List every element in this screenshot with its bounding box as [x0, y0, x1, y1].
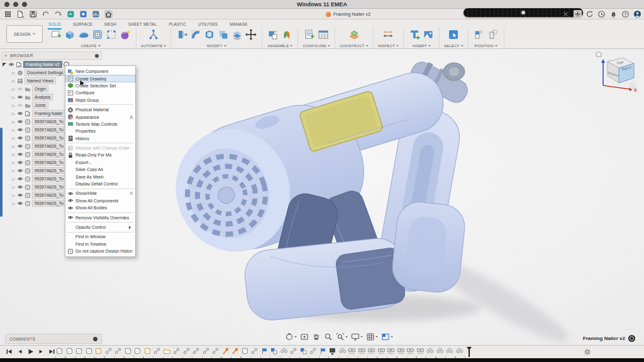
- browser-item-label[interactable]: 99397A626_To: [32, 151, 66, 158]
- home-icon[interactable]: [104, 10, 113, 18]
- eye-icon[interactable]: [17, 128, 23, 132]
- browser-item-label[interactable]: Analysis: [32, 94, 53, 101]
- browser-item-label[interactable]: 99397A626_To: [32, 126, 66, 133]
- eye-icon[interactable]: [17, 119, 23, 124]
- notifications-icon[interactable]: [609, 10, 618, 18]
- timeline-box-yellow-icon[interactable]: [94, 347, 103, 355]
- browser-item-label[interactable]: 99397A626_To: [32, 167, 66, 174]
- timeline-box-icon[interactable]: [241, 347, 249, 355]
- select-icon[interactable]: [447, 28, 460, 41]
- hole-icon[interactable]: [91, 28, 104, 41]
- position-capture-icon[interactable]: [473, 28, 486, 41]
- canvas-icon[interactable]: [422, 28, 435, 41]
- expander-icon[interactable]: ▷: [11, 168, 16, 173]
- expander-icon[interactable]: ▷: [11, 193, 16, 197]
- group-label-create[interactable]: CREATE: [80, 44, 100, 48]
- timeline-pair-icon[interactable]: [348, 347, 356, 355]
- browser-root-label[interactable]: Framing Nailer v2: [23, 61, 62, 68]
- timeline-pair-icon[interactable]: [377, 347, 386, 355]
- timeline-joint-motion-icon[interactable]: [426, 347, 434, 355]
- expander-icon[interactable]: ▷: [11, 103, 16, 107]
- browser-item-label[interactable]: Document Settings: [25, 69, 65, 76]
- file-menu-icon[interactable]: [16, 10, 25, 18]
- close-tab-icon[interactable]: [562, 10, 570, 18]
- group-label-insert[interactable]: INSERT: [413, 44, 431, 48]
- step-forward-button[interactable]: [37, 348, 45, 356]
- eye-icon[interactable]: [17, 111, 23, 116]
- eye-icon[interactable]: [17, 95, 23, 99]
- browser-item-label[interactable]: 99397A626_To: [32, 184, 66, 190]
- menu-item-history[interactable]: History: [65, 135, 135, 142]
- menu-item-physical-material[interactable]: Physical Material: [65, 106, 135, 113]
- group-label-modify[interactable]: MODIFY: [207, 44, 226, 48]
- browser-options-icon[interactable]: [95, 54, 99, 58]
- menu-item-opacity-control[interactable]: Opacity Control: [65, 224, 135, 231]
- timeline-pair-icon[interactable]: [416, 347, 425, 355]
- expander-icon[interactable]: ▷: [11, 95, 16, 99]
- position-revert-icon[interactable]: [487, 28, 499, 41]
- browser-item-label[interactable]: 99397A626_To: [32, 134, 66, 141]
- comments-panel[interactable]: COMMENTS: [5, 334, 102, 344]
- browser-item-label[interactable]: 99397A626_To: [32, 200, 66, 207]
- nav-look-at[interactable]: [300, 332, 309, 341]
- timeline-pin-orange-icon[interactable]: [221, 347, 230, 355]
- undo-icon[interactable]: [42, 10, 50, 18]
- eye-icon[interactable]: [17, 201, 23, 206]
- redo-icon[interactable]: [54, 10, 62, 18]
- browser-item-label[interactable]: Origin: [32, 85, 48, 92]
- expander-icon[interactable]: ▷: [11, 111, 16, 116]
- nav-fit[interactable]: [336, 332, 348, 341]
- new-component-icon[interactable]: [267, 28, 279, 41]
- eye-icon[interactable]: [8, 62, 14, 67]
- expander-icon[interactable]: ▷: [11, 128, 16, 132]
- menu-item-find-in-window[interactable]: Find in Window: [65, 233, 135, 240]
- menu-item-save-as-mesh[interactable]: Save As Mesh: [65, 173, 135, 180]
- timeline-playhead[interactable]: [467, 347, 472, 357]
- menu-item-save-copy-as[interactable]: Save Copy As: [65, 166, 135, 173]
- config-table-icon[interactable]: [317, 28, 330, 41]
- timeline-joint-icon[interactable]: [250, 347, 258, 355]
- browser-item-label[interactable]: Joints: [32, 102, 48, 109]
- timeline-joint-motion-icon[interactable]: [436, 347, 444, 355]
- expander-icon[interactable]: ▷: [11, 79, 16, 83]
- configuration-icon[interactable]: [303, 28, 316, 41]
- form-icon[interactable]: [77, 28, 90, 41]
- expander-icon[interactable]: ▷: [11, 144, 16, 148]
- timeline-pair-icon[interactable]: [406, 347, 414, 355]
- combine-icon[interactable]: [217, 28, 230, 41]
- profile-icon[interactable]: [633, 10, 641, 18]
- addin-green-icon[interactable]: [67, 10, 75, 18]
- browser-item-label[interactable]: 99397A626_To: [32, 159, 66, 166]
- timeline-joint-motion-icon[interactable]: [445, 347, 453, 355]
- timeline-pair-icon[interactable]: [387, 347, 395, 355]
- timeline-pair-icon[interactable]: [397, 347, 405, 355]
- timeline-flag-blue-icon[interactable]: [319, 347, 327, 355]
- timeline-pair-icon[interactable]: [367, 347, 375, 355]
- shell-icon[interactable]: [203, 28, 216, 41]
- timeline-joint-icon[interactable]: [182, 347, 191, 355]
- browser-panel-header[interactable]: « BROWSER: [1, 52, 102, 60]
- menu-item-read-only-for-me[interactable]: Read-Only For Me: [65, 151, 135, 158]
- addin-slate-icon[interactable]: [92, 10, 100, 18]
- timeline-joint-icon[interactable]: [114, 347, 122, 355]
- eye-icon[interactable]: [17, 103, 23, 107]
- timeline-box-icon[interactable]: [124, 347, 132, 355]
- help-icon[interactable]: [621, 10, 630, 18]
- menu-item-do-not-capture-design-history[interactable]: Do not capture Design History: [65, 248, 135, 255]
- browser-item-label[interactable]: Framing Nailer: [32, 110, 65, 117]
- eye-icon[interactable]: [17, 177, 23, 181]
- timeline-joint-icon[interactable]: [202, 347, 210, 355]
- automate-icon[interactable]: [147, 28, 160, 41]
- timeline-box-yellow-icon[interactable]: [143, 347, 152, 355]
- nav-pan[interactable]: [312, 332, 321, 341]
- press-pull-icon[interactable]: [175, 28, 188, 41]
- menu-item-show-hide[interactable]: Show/HideV: [65, 190, 135, 197]
- menu-item-appearance[interactable]: AppearanceA: [65, 113, 135, 120]
- timeline-component-blue-icon[interactable]: [299, 347, 308, 355]
- presence-avatar[interactable]: [628, 335, 635, 342]
- timeline-joint-icon[interactable]: [192, 347, 200, 355]
- timeline-box-icon[interactable]: [133, 347, 142, 355]
- expander-icon[interactable]: ▷: [11, 177, 16, 181]
- eye-icon[interactable]: [17, 87, 23, 91]
- sync-icon[interactable]: [586, 10, 594, 18]
